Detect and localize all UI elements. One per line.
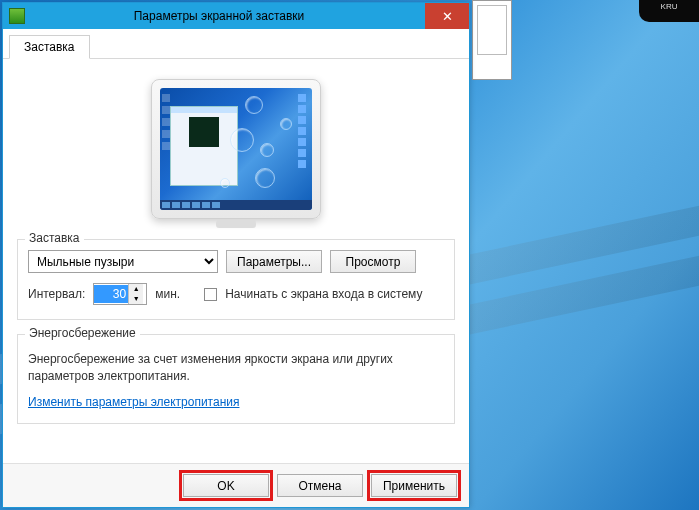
spinner-down-icon[interactable]: ▼: [129, 294, 143, 304]
lock-checkbox-label[interactable]: Начинать с экрана входа в систему: [225, 287, 422, 301]
interval-label: Интервал:: [28, 287, 85, 301]
tab-screensaver[interactable]: Заставка: [9, 35, 90, 59]
group-screensaver: Заставка Мыльные пузыри Параметры... Про…: [17, 239, 455, 320]
interval-input[interactable]: [94, 285, 128, 303]
window-title: Параметры экранной заставки: [13, 9, 425, 23]
dialog-footer: OK Отмена Применить: [3, 463, 469, 507]
legend-power: Энергосбережение: [25, 326, 140, 340]
close-icon: ✕: [442, 9, 453, 24]
spinner-up-icon[interactable]: ▲: [129, 284, 143, 294]
legend-screensaver: Заставка: [25, 231, 84, 245]
device-corner: KRU: [639, 0, 699, 22]
power-description: Энергосбережение за счет изменения яркос…: [28, 351, 444, 385]
interval-unit: мин.: [155, 287, 180, 301]
background-window: [472, 0, 512, 80]
power-settings-link[interactable]: Изменить параметры электропитания: [28, 395, 239, 409]
interval-spinner[interactable]: ▲ ▼: [93, 283, 147, 305]
tab-strip: Заставка: [3, 29, 469, 59]
close-button[interactable]: ✕: [425, 3, 469, 29]
ok-button[interactable]: OK: [183, 474, 269, 497]
screensaver-dialog: Параметры экранной заставки ✕ Заставка: [2, 2, 470, 508]
monitor-preview: [151, 79, 321, 219]
cancel-button[interactable]: Отмена: [277, 474, 363, 497]
preview-button[interactable]: Просмотр: [330, 250, 416, 273]
titlebar[interactable]: Параметры экранной заставки ✕: [3, 3, 469, 29]
apply-button[interactable]: Применить: [371, 474, 457, 497]
preview-area: [17, 69, 455, 239]
group-power: Энергосбережение Энергосбережение за сче…: [17, 334, 455, 424]
settings-button[interactable]: Параметры...: [226, 250, 322, 273]
lock-checkbox[interactable]: [204, 288, 217, 301]
screensaver-select[interactable]: Мыльные пузыри: [28, 250, 218, 273]
